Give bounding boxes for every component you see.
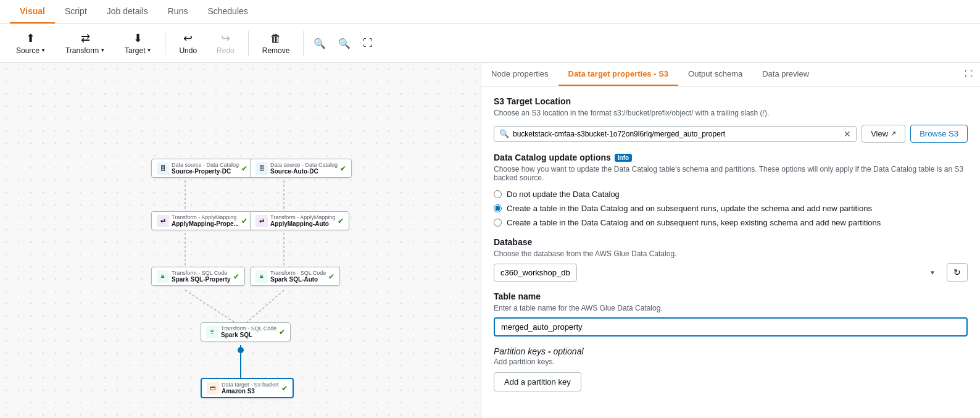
view-label: View [871, 129, 888, 138]
svg-point-7 [238, 347, 244, 353]
table-name-input[interactable] [494, 317, 968, 336]
node-check-icon: ✔ [338, 217, 344, 225]
source-button[interactable]: ⬆ Source ▼ [7, 28, 54, 59]
node-applymapping-property[interactable]: ⇄ Transform - ApplyMapping ApplyMapping-… [151, 211, 253, 230]
flow-connectors [0, 63, 481, 418]
node-applymapping-auto[interactable]: ⇄ Transform - ApplyMapping ApplyMapping-… [250, 211, 349, 230]
toolbar-separator-3 [303, 31, 304, 56]
transform-icon: ⇄ [81, 31, 90, 45]
catalog-options-group: Do not update the Data Catalog Create a … [494, 190, 968, 227]
remove-icon: 🗑 [270, 32, 281, 45]
s3-clear-button[interactable]: ✕ [844, 129, 851, 139]
tab-visual[interactable]: Visual [10, 0, 55, 23]
node-name: Source-Auto-DC [270, 168, 338, 175]
database-select-container: c360_workshop_db [494, 264, 942, 282]
properties-tabs: Node properties Data target properties -… [481, 63, 980, 86]
node-type: Data source - Data Catalog [172, 162, 239, 168]
remove-button[interactable]: 🗑 Remove [254, 28, 299, 59]
toolbar-separator-2 [248, 31, 249, 56]
partition-section: Partition keys - optional Add partition … [494, 346, 968, 391]
node-check-icon: ✔ [241, 164, 247, 173]
s3-location-row: 🔍 ✕ View ↗ Browse S3 [494, 125, 968, 143]
tab-schedules[interactable]: Schedules [197, 0, 257, 23]
database-select[interactable]: c360_workshop_db [494, 264, 577, 282]
catalog-option-no-update[interactable]: Do not update the Data Catalog [494, 190, 968, 199]
node-text: Transform - SQL Code Spark SQL [221, 325, 276, 338]
node-check-icon: ✔ [328, 272, 334, 281]
svg-line-5 [247, 290, 284, 322]
redo-button[interactable]: ↪ Redo [208, 28, 243, 59]
expand-panel-button[interactable]: ⛶ [957, 63, 980, 86]
redo-label: Redo [217, 46, 235, 55]
node-name: ApplyMapping-Auto [270, 220, 335, 227]
catalog-option-create-keep[interactable]: Create a table in the Data Catalog and o… [494, 218, 968, 227]
sql-icon: ≡ [255, 270, 268, 283]
source-caret-icon: ▼ [41, 48, 46, 53]
properties-content: S3 Target Location Choose an S3 location… [481, 86, 980, 401]
catalog-option-create-update[interactable]: Create a table in the Data Catalog and o… [494, 204, 968, 213]
zoom-out-button[interactable]: 🔍 [333, 33, 355, 54]
node-name: Amazon S3 [222, 388, 279, 395]
browse-s3-button[interactable]: Browse S3 [910, 125, 968, 143]
tab-output-schema[interactable]: Output schema [678, 63, 752, 86]
node-text: Transform - SQL Code Spark SQL-Auto [270, 270, 326, 283]
target-caret-icon: ▼ [146, 48, 151, 53]
toolbar-separator-1 [165, 31, 165, 56]
undo-button[interactable]: ↩ Undo [170, 28, 206, 59]
catalog-title-text: Data Catalog update options [494, 153, 611, 162]
tab-node-properties[interactable]: Node properties [481, 63, 559, 86]
transform-label: Transform [65, 46, 99, 55]
transform-icon: ⇄ [255, 215, 268, 227]
datasource-icon: 🗄 [157, 162, 169, 175]
partition-title-optional: optional [554, 346, 584, 356]
database-refresh-button[interactable]: ↻ [947, 263, 968, 282]
node-name: Spark SQL-Property [172, 276, 231, 283]
target-button[interactable]: ⬇ Target ▼ [116, 28, 160, 59]
node-text: Transform - ApplyMapping ApplyMapping-Au… [270, 214, 335, 227]
datasource-icon: 🗄 [255, 162, 268, 175]
undo-label: Undo [179, 46, 197, 55]
node-source-auto[interactable]: 🗄 Data source - Data Catalog Source-Auto… [250, 159, 352, 178]
node-sparksql-property[interactable]: ≡ Transform - SQL Code Spark SQL-Propert… [151, 267, 245, 286]
tab-job-details[interactable]: Job details [97, 0, 158, 23]
partition-desc: Add partition keys. [494, 357, 968, 366]
radio-create-keep-label: Create a table in the Data Catalog and o… [507, 218, 881, 227]
undo-icon: ↩ [183, 31, 193, 45]
tab-data-target-properties[interactable]: Data target properties - S3 [559, 63, 679, 86]
redo-icon: ↪ [221, 31, 230, 45]
node-sparksql[interactable]: ≡ Transform - SQL Code Spark SQL ✔ [201, 322, 291, 341]
node-type: Transform - SQL Code [172, 270, 231, 276]
s3-location-input[interactable] [513, 130, 844, 138]
radio-create-keep[interactable] [494, 219, 502, 227]
view-button[interactable]: View ↗ [862, 125, 905, 143]
info-badge[interactable]: Info [615, 154, 632, 162]
tab-script[interactable]: Script [55, 0, 97, 23]
transform-icon: ⇄ [157, 215, 169, 227]
sql-icon: ≡ [206, 326, 218, 338]
node-check-icon: ✔ [340, 164, 346, 173]
node-text: Data target - S3 bucket Amazon S3 [222, 382, 279, 395]
node-type: Data target - S3 bucket [222, 382, 279, 388]
radio-no-update-label: Do not update the Data Catalog [507, 190, 620, 199]
node-sparksql-auto[interactable]: ≡ Transform - SQL Code Spark SQL-Auto ✔ [250, 267, 340, 286]
radio-no-update[interactable] [494, 190, 502, 198]
tab-runs[interactable]: Runs [158, 0, 198, 23]
fit-view-button[interactable]: ⛶ [358, 33, 378, 54]
s3-icon: 🗃 [207, 382, 219, 395]
node-amazons3[interactable]: 🗃 Data target - S3 bucket Amazon S3 ✔ [201, 378, 294, 398]
s3-location-title: S3 Target Location [494, 96, 968, 106]
node-name: Source-Property-DC [172, 168, 239, 175]
remove-label: Remove [262, 46, 290, 55]
transform-button[interactable]: ⇄ Transform ▼ [57, 28, 114, 59]
properties-panel: Node properties Data target properties -… [481, 63, 980, 418]
node-source-property[interactable]: 🗄 Data source - Data Catalog Source-Prop… [151, 159, 253, 178]
radio-create-update[interactable] [494, 204, 502, 212]
partition-title-main: Partition keys [494, 346, 546, 356]
node-check-icon: ✔ [279, 328, 285, 336]
node-name: ApplyMapping-Prope... [172, 220, 239, 227]
add-partition-key-button[interactable]: Add a partition key [494, 372, 581, 391]
tab-data-preview[interactable]: Data preview [752, 63, 819, 86]
catalog-options-title: Data Catalog update options Info [494, 153, 968, 162]
zoom-in-button[interactable]: 🔍 [309, 33, 331, 54]
flow-canvas[interactable]: 🗄 Data source - Data Catalog Source-Prop… [0, 63, 481, 418]
